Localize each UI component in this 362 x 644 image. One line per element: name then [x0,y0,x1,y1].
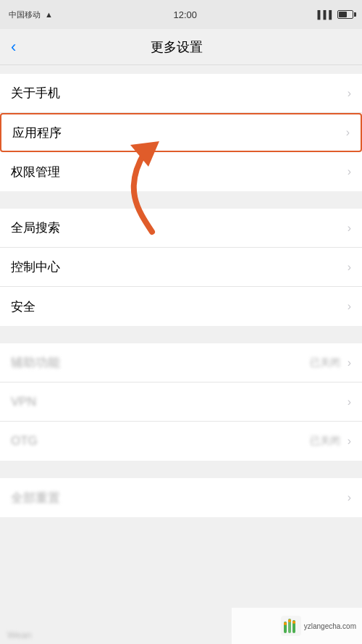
section-separator-1 [0,191,362,200]
otg-label: OTG [11,434,38,448]
chevron-icon: › [348,435,351,448]
global-search-label: 全局搜索 [11,219,60,236]
page-title: 更多设置 [23,38,329,56]
watermark-site: yzlangecha.com [304,622,356,631]
control-center-label: 控制中心 [11,259,60,275]
chevron-icon: › [348,356,351,369]
chevron-icon: › [348,300,351,313]
battery-icon [337,10,353,19]
status-bar-left: 中国移动 ▲ [9,9,53,20]
logo-icon [281,616,301,636]
settings-section-2: 全局搜索 › 控制中心 › 安全 › [0,209,362,326]
section-separator-3 [0,461,362,469]
settings-item-applications[interactable]: 应用程序 › [0,113,362,152]
accessibility-label: 辅助功能 [11,354,60,371]
signal-icon: ▌▌▌ [318,10,334,19]
reset-label: 全部重置 [11,490,60,506]
section-separator-2 [0,326,362,335]
chevron-icon: › [346,126,350,139]
settings-item-reset[interactable]: 全部重置 › [0,478,362,517]
settings-item-accessibility[interactable]: 辅助功能 已关闭 › [0,343,362,382]
back-button[interactable]: ‹ [11,38,16,57]
settings-item-security[interactable]: 安全 › [0,287,362,326]
watermark-text: yzlangecha.com [304,622,356,631]
settings-item-global-search[interactable]: 全局搜索 › [0,209,362,248]
chevron-icon: › [348,261,351,274]
settings-item-control-center[interactable]: 控制中心 › [0,248,362,287]
settings-item-otg[interactable]: OTG 已关闭 › [0,422,362,461]
chevron-icon: › [348,87,351,100]
chevron-icon: › [348,396,351,409]
status-bar-right: ▌▌▌ [318,10,353,19]
otg-value: 已关闭 [310,435,340,448]
applications-label: 应用程序 [12,125,62,141]
svg-point-5 [284,622,287,625]
settings-section-1: 关于手机 › 应用程序 › 权限管理 › [0,74,362,191]
accessibility-value: 已关闭 [310,356,340,369]
vpn-label: VPN [11,395,36,409]
permissions-label: 权限管理 [11,164,60,180]
about-phone-label: 关于手机 [11,85,60,101]
settings-item-about-phone[interactable]: 关于手机 › [0,74,362,113]
chevron-icon: › [348,491,351,504]
settings-item-vpn[interactable]: VPN › [0,382,362,422]
wean-label: Wean [7,630,32,640]
settings-section-3: 辅助功能 已关闭 › VPN › OTG 已关闭 › [0,343,362,461]
settings-section-4: 全部重置 › [0,478,362,517]
chevron-icon: › [348,222,351,235]
status-bar: 中国移动 ▲ 12:00 ▌▌▌ [0,0,362,29]
svg-point-6 [288,619,291,622]
nav-bar: ‹ 更多设置 [0,29,362,65]
watermark-logo: yzlangecha.com [281,616,356,636]
chevron-icon: › [348,165,351,178]
settings-item-permissions[interactable]: 权限管理 › [0,152,362,191]
carrier-label: 中国移动 [9,9,41,20]
security-label: 安全 [11,298,35,315]
watermark: yzlangecha.com [232,608,362,644]
svg-point-7 [292,621,295,624]
status-bar-time: 12:00 [173,9,197,20]
wifi-icon: ▲ [45,10,53,19]
